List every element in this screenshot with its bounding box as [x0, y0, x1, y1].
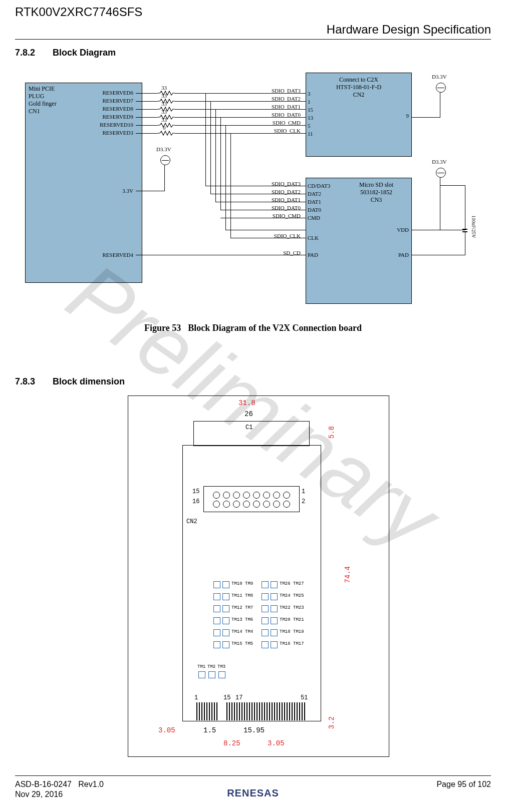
wire: [164, 165, 165, 191]
dim-h-body: 74.4: [344, 566, 352, 583]
net-bot-dat0: SDIO_DAT0: [245, 205, 301, 211]
pad-icon: [222, 629, 229, 636]
pad-icon: [262, 617, 269, 624]
cn2-label: CN2: [186, 518, 197, 525]
cn2-pin-1: 1: [308, 99, 311, 105]
section-783-title: Block dimension: [53, 376, 125, 386]
hole-icon: [233, 492, 240, 499]
cn3-line3: CN3: [346, 196, 406, 204]
wire: [136, 133, 158, 134]
tm-label: TM22 TM23: [280, 605, 304, 610]
tm-label: TM14 TM4: [231, 629, 253, 634]
wire: [205, 93, 206, 186]
wire: [136, 101, 158, 102]
dim-w-inner: 26: [244, 410, 253, 418]
tm2-label: TM2: [207, 664, 215, 669]
footer-docnum-val: ASD-B-16-0247: [15, 780, 72, 788]
cn3-pin-dat0: DAT0: [308, 207, 321, 213]
footer-docnum: ASD-B-16-0247 Rev1.0: [15, 780, 104, 789]
pad-icon: [213, 641, 220, 648]
dim-bot2: 3.05: [268, 739, 285, 747]
wire: [225, 230, 306, 230]
net-bot-cmd: SDIO_CMD: [245, 213, 301, 219]
hole-icon: [213, 492, 220, 499]
net-bot-dat1: SDIO_DAT1: [245, 197, 301, 203]
footer-date: Nov 29, 2016: [15, 790, 63, 799]
hole-icon: [283, 492, 290, 499]
net-top-dat1: SDIO_DAT1: [245, 104, 301, 110]
cn2-pin2-label: 2: [302, 498, 305, 505]
cap-value: 100nF/25V: [471, 215, 476, 238]
res-val-3: 33: [161, 101, 167, 107]
cn3-pin-cddat3: CD/DAT3: [308, 183, 330, 189]
doc-title: Hardware Design Specification: [327, 23, 491, 37]
cn3-pin-pad-r: PAD: [386, 252, 409, 258]
figure-53-label: Figure 53: [144, 323, 181, 333]
dim-bot1: 8.25: [223, 739, 240, 747]
hole-icon: [263, 501, 270, 508]
goldfinger-right: [226, 702, 307, 720]
hole-icon: [253, 492, 260, 499]
gf-pin17: 17: [235, 694, 242, 701]
cn2-pin15-label: 15: [192, 488, 199, 495]
figure-53-text: Block Diagram of the V2X Connection boar…: [188, 323, 362, 333]
gf-pin1: 1: [194, 694, 198, 701]
hole-icon: [243, 501, 250, 508]
tm-label: TM26 TM27: [280, 581, 304, 586]
pad-icon: [222, 617, 229, 624]
tm3-label: TM3: [217, 664, 225, 669]
section-783-heading: 7.8.3 Block dimension: [15, 376, 125, 387]
capacitor-icon: [462, 223, 467, 238]
gf-pin15: 15: [223, 694, 230, 701]
net-top-dat0: SDIO_DAT0: [245, 112, 301, 118]
cn1-pin-3v3: 3.3V: [110, 188, 133, 194]
hole-icon: [253, 501, 260, 508]
pad-icon: [213, 593, 220, 600]
cn1-pin-reserved10: RESERVED10: [91, 122, 133, 128]
footer-page: Page 95 of 102: [436, 780, 491, 789]
part-number: RTK00V2XRC7746SFS: [15, 5, 142, 19]
wire: [225, 125, 226, 230]
pad-icon: [222, 605, 229, 612]
cn2-pin-5: 5: [308, 123, 311, 129]
cn2-line2: HTST-108-01-F-D: [336, 84, 381, 91]
pad-icon: [218, 671, 225, 678]
cn3-line1: Micro SD slot: [346, 181, 406, 189]
cn3-pin-dat1: DAT1: [308, 199, 321, 205]
wire: [411, 117, 440, 118]
net-top-clk: SDIO_CLK: [245, 128, 301, 134]
tm-label: TM16 TM17: [280, 641, 304, 646]
renesas-logo: RENESAS: [227, 787, 279, 799]
pad-icon: [213, 581, 220, 588]
dim-left-off: 3.05: [158, 726, 175, 734]
cn1-pin-reserved4: RESERVED4: [94, 252, 133, 258]
net-top-dat3: SDIO_DAT3: [245, 88, 301, 94]
tm-label: TM18 TM19: [280, 629, 304, 634]
tm1-label: TM1: [197, 664, 205, 669]
pad-icon: [222, 641, 229, 648]
footer-rev: Rev1.0: [78, 780, 104, 788]
footer-page-of: of 102: [469, 780, 491, 788]
pad-icon: [271, 641, 278, 648]
tm-label: TM20 TM21: [280, 617, 304, 622]
pad-icon: [198, 671, 205, 678]
net-top-cmd: SDIO_CMD: [245, 120, 301, 126]
tm-label: TM13 TM6: [231, 617, 253, 622]
wire: [210, 101, 211, 194]
net-bot-dat2: SDIO_DAT2: [245, 189, 301, 195]
pad-icon: [262, 581, 269, 588]
cn2-pin-3: 3: [308, 91, 311, 97]
cn3-pin-pad-l: PAD: [308, 252, 318, 258]
c1-label: C1: [245, 424, 252, 431]
pad-icon: [262, 641, 269, 648]
section-782-title: Block Diagram: [53, 48, 116, 58]
pad-icon: [213, 605, 220, 612]
resistor-icon: [158, 123, 175, 128]
pad-icon: [222, 581, 229, 588]
section-782-number: 7.8.2: [15, 48, 50, 58]
cn2-line1: Connect to C2X: [336, 76, 381, 84]
net-bot-cd: SD_CD: [245, 250, 301, 256]
hole-icon: [223, 501, 230, 508]
box-cn3: Micro SD slot 503182-1852 CN3: [306, 178, 412, 304]
dim-w-outer: 31.8: [238, 399, 256, 407]
